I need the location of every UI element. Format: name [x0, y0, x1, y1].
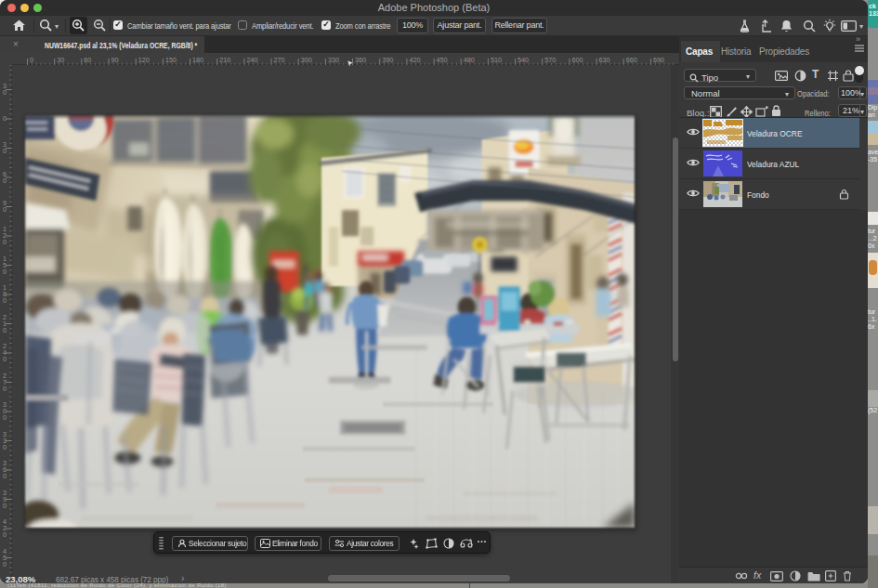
svg-text:630: 630	[599, 56, 610, 64]
svg-text:0: 0	[3, 296, 7, 305]
svg-text:0: 0	[3, 176, 7, 185]
svg-text:0: 0	[3, 385, 7, 393]
svg-text:90: 90	[111, 56, 119, 64]
svg-text:660: 660	[626, 56, 637, 64]
svg-text:270: 270	[274, 56, 285, 64]
svg-text:690: 690	[653, 56, 664, 64]
svg-text:480: 480	[464, 56, 475, 64]
svg-text:0: 0	[3, 205, 7, 214]
svg-text:450: 450	[437, 56, 448, 64]
svg-text:0: 0	[3, 147, 7, 155]
svg-text:540: 540	[518, 56, 529, 64]
svg-text:0: 0	[3, 530, 7, 539]
svg-text:0: 0	[3, 413, 7, 422]
svg-text:240: 240	[246, 56, 257, 64]
svg-text:390: 390	[382, 56, 393, 64]
svg-text:180: 180	[192, 56, 203, 64]
svg-text:0: 0	[3, 502, 7, 510]
svg-text:60: 60	[84, 56, 91, 64]
svg-text:570: 570	[544, 56, 556, 64]
svg-text:0: 0	[3, 114, 7, 123]
svg-text:150: 150	[165, 56, 177, 64]
svg-text:0: 0	[3, 326, 7, 334]
svg-text:420: 420	[409, 56, 420, 64]
svg-text:0: 0	[3, 268, 7, 276]
svg-text:600: 600	[571, 56, 583, 64]
svg-text:300: 300	[301, 56, 312, 64]
svg-text:0: 0	[3, 472, 7, 480]
svg-text:0: 0	[3, 355, 7, 363]
svg-text:0: 0	[30, 56, 33, 64]
svg-text:330: 330	[328, 56, 339, 64]
svg-text:0: 0	[3, 88, 7, 97]
svg-text:0: 0	[3, 560, 7, 568]
svg-text:0: 0	[3, 238, 7, 246]
svg-text:210: 210	[219, 56, 230, 64]
svg-text:0: 0	[3, 443, 7, 451]
svg-text:120: 120	[138, 56, 150, 64]
svg-text:510: 510	[491, 56, 502, 64]
svg-text:360: 360	[355, 56, 366, 64]
svg-text:30: 30	[57, 56, 64, 64]
